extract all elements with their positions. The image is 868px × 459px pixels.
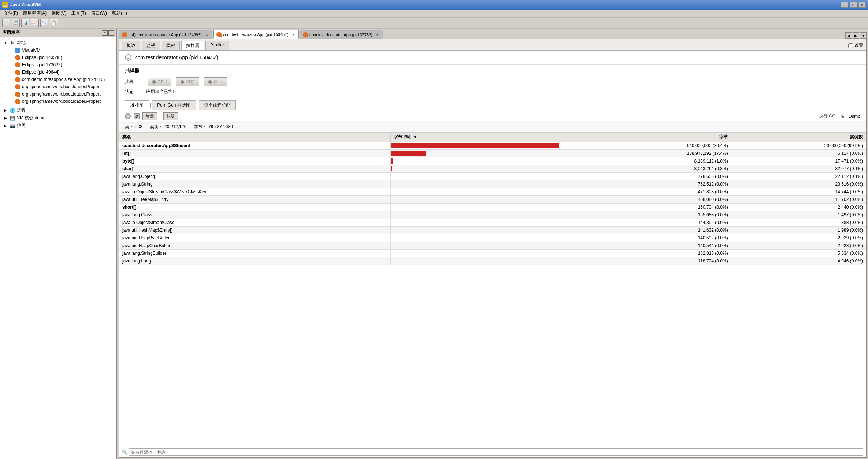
record-circle-btn[interactable] bbox=[125, 113, 131, 119]
cpu-button[interactable]: CPU bbox=[148, 78, 171, 86]
cpu-label: CPU bbox=[157, 79, 167, 85]
settings-checkbox-row[interactable]: 设置 bbox=[848, 42, 863, 49]
tree-local[interactable]: ▼ 🖥 本地 bbox=[1, 39, 115, 46]
subtab-threads[interactable]: 线程 bbox=[162, 41, 180, 50]
tree-snapshots[interactable]: ▶ 📷 快照 bbox=[1, 122, 115, 130]
main-tabs-row: ...4) com.test.decorator.App (pid 124996… bbox=[117, 29, 868, 39]
subtab-profiler[interactable]: Profiler bbox=[205, 41, 229, 50]
tree-remote-label: 远程 bbox=[17, 107, 26, 113]
reset-btn[interactable]: ↺ bbox=[134, 113, 140, 119]
tree-demo-app[interactable]: com.demo.threadpoolsize.App (pid 24116) bbox=[7, 76, 115, 83]
tree-eclipse-173692[interactable]: Eclipse (pid 173692) bbox=[7, 61, 115, 68]
tree-spring-1[interactable]: org.springframework.boot.loader.Propert bbox=[7, 83, 115, 90]
tab-150452-close[interactable]: × bbox=[291, 32, 296, 37]
subtab-overview[interactable]: 概述 bbox=[122, 41, 140, 50]
view-tab-thread[interactable]: 每个线程分配 bbox=[199, 100, 236, 110]
stop-button[interactable]: 停止 bbox=[204, 77, 227, 86]
expand-local-icon: ▼ bbox=[3, 40, 8, 45]
cell-bar bbox=[390, 219, 589, 227]
subtab-sampler[interactable]: 抽样器 bbox=[181, 41, 204, 50]
cell-bytes: 144,352 (0.0%) bbox=[589, 219, 731, 227]
view-tab-sep1: | bbox=[149, 101, 152, 109]
tree-spring-3[interactable]: org.springframework.boot.loader.Propert bbox=[7, 98, 115, 105]
tree-vm-core[interactable]: ▶ 💾 VM 核心 dump bbox=[1, 114, 115, 122]
memory-button[interactable]: 内存 bbox=[176, 77, 199, 86]
tree-snapshots-label: 快照 bbox=[17, 123, 26, 129]
tree-vm-core-label: VM 核心 dump bbox=[17, 115, 46, 121]
cell-instances: 14,744 (0.0%) bbox=[731, 188, 866, 196]
sampling-label: 抽样： bbox=[125, 79, 143, 85]
subtab-monitor[interactable]: 监视 bbox=[142, 41, 160, 50]
col-bytes[interactable]: 字节 bbox=[589, 133, 731, 142]
settings-checkbox[interactable] bbox=[848, 43, 853, 48]
spring3-icon bbox=[15, 98, 21, 104]
toolbar-btn-6[interactable]: 📋 bbox=[50, 19, 58, 27]
expand-remote-icon: ▶ bbox=[3, 108, 8, 113]
tree-spring-2[interactable]: org.springframework.boot.loader.Propert bbox=[7, 90, 115, 98]
app-title-text: Java VisualVM bbox=[10, 2, 41, 7]
tree-eclipse-49644[interactable]: Eclipse (pid 49644) bbox=[7, 68, 115, 76]
menu-tools[interactable]: 工具(T) bbox=[69, 10, 88, 17]
menu-file[interactable]: 文件(F) bbox=[1, 10, 20, 17]
col-bytepct[interactable]: 字节 [%] ▼ bbox=[390, 133, 589, 142]
table-row: java.lang.StringBuilder132,816 (0.0%)5,5… bbox=[119, 250, 866, 257]
col-classname[interactable]: 类名 bbox=[119, 133, 391, 142]
tab-nav-left[interactable]: ◀ bbox=[845, 32, 852, 39]
expand-spring1-icon bbox=[8, 84, 13, 89]
panel-collapse-btn[interactable]: ─ bbox=[108, 30, 114, 36]
menu-help[interactable]: 帮助(H) bbox=[110, 10, 129, 17]
cell-classname: char[] bbox=[119, 165, 391, 173]
sampler-section: 抽样器 抽样： CPU 内存 停止 bbox=[119, 65, 866, 98]
tree-eclipse-143548[interactable]: Eclipse (pid 143548) bbox=[7, 54, 115, 61]
stats-row: 类： 908 实例： 20,212,126 字节： 795,877,680 bbox=[119, 123, 866, 132]
increment-button[interactable]: 增量 bbox=[142, 112, 157, 120]
class-filter-input[interactable] bbox=[129, 448, 863, 456]
vmcore-icon: 💾 bbox=[10, 115, 15, 121]
maximize-button[interactable]: □ bbox=[850, 2, 857, 8]
minimize-button[interactable]: ─ bbox=[841, 2, 848, 8]
tree-eclipse-143548-label: Eclipse (pid 143548) bbox=[22, 55, 62, 60]
col-instances[interactable]: 实例数 bbox=[731, 133, 866, 142]
table-row: short[]160,704 (0.0%)2,440 (0.0%) bbox=[119, 204, 866, 211]
cell-classname: java.io.ObjectStreamClass$WeakClassKey bbox=[119, 188, 391, 196]
expand-vmcore-icon: ▶ bbox=[3, 116, 8, 121]
menu-window[interactable]: 窗口(W) bbox=[89, 10, 109, 17]
toolbar-btn-5[interactable]: 📉 bbox=[40, 19, 48, 27]
toolbar-btn-1[interactable]: ⬜ bbox=[2, 19, 10, 27]
tree-remote[interactable]: ▶ 🌐 远程 bbox=[1, 107, 115, 114]
cell-bytes: 8,139,112 (1.0%) bbox=[589, 157, 731, 165]
tab-124996-close[interactable]: × bbox=[205, 33, 209, 37]
sampler-title: 抽样器 bbox=[125, 68, 860, 74]
expand-snapshots-icon: ▶ bbox=[3, 123, 8, 128]
tab-124996[interactable]: ...4) com.test.decorator.App (pid 124996… bbox=[119, 30, 212, 39]
toolbar-btn-2[interactable]: 🔄 bbox=[12, 19, 20, 27]
tab-nav-right[interactable]: ▶ bbox=[853, 32, 859, 39]
cell-classname: com.test.decorator.App$Student bbox=[119, 142, 391, 150]
menu-view[interactable]: 视图(V) bbox=[49, 10, 68, 17]
application-tree: ▼ 🖥 本地 VisualVM Eclipse (pid 143548) Ecl… bbox=[0, 37, 116, 459]
tree-visualvm[interactable]: VisualVM bbox=[7, 46, 115, 54]
snapshot-button[interactable]: 快照 bbox=[163, 112, 178, 120]
toolbar-btn-4[interactable]: 📈 bbox=[31, 19, 39, 27]
cell-bytes: 752,512 (0.0%) bbox=[589, 180, 731, 188]
cell-bar bbox=[390, 257, 589, 265]
menu-app[interactable]: 应用程序(A) bbox=[21, 10, 49, 17]
toolbar-btn-3[interactable]: 📊 bbox=[21, 19, 29, 27]
cell-instances: 17,471 (0.0%) bbox=[731, 157, 866, 165]
tab-nav-down[interactable]: ▼ bbox=[860, 32, 867, 39]
cell-bytes: 140,592 (0.0%) bbox=[589, 234, 731, 242]
panel-close-btn[interactable]: × bbox=[102, 30, 108, 36]
view-tab-permgen[interactable]: PermGen 柱状图 bbox=[152, 100, 196, 110]
view-tab-heap[interactable]: 堆栈图 bbox=[125, 100, 149, 110]
instance-count-value: 20,212,126 bbox=[164, 124, 186, 130]
tab-37732[interactable]: com.test.decorator.App (pid 37732) × bbox=[300, 30, 383, 39]
cell-bytes: 155,688 (0.0%) bbox=[589, 211, 731, 219]
tab-37732-close[interactable]: × bbox=[375, 33, 380, 37]
tab-124996-icon bbox=[122, 32, 127, 37]
cell-instances: 32,077 (0.1%) bbox=[731, 165, 866, 173]
content-area: 概述 监视 线程 抽样器 Profiler 设置 ○ com.test.deco… bbox=[119, 39, 867, 458]
expand-visualvm-icon bbox=[8, 48, 13, 53]
app-title-icon: ○ bbox=[125, 54, 131, 61]
close-button[interactable]: ✕ bbox=[858, 2, 866, 8]
tab-150452[interactable]: com.test.decorator.App (pid 150452) × bbox=[213, 30, 299, 39]
